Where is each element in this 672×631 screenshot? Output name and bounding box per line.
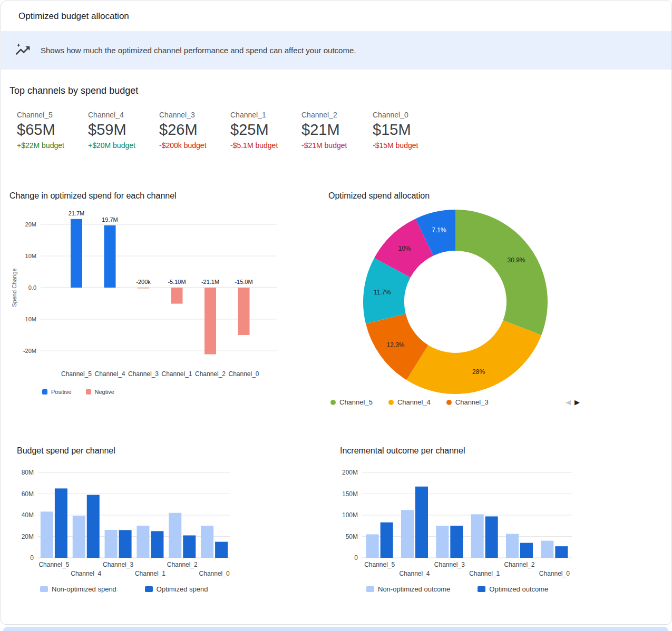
x-category-label: Channel_4	[94, 370, 125, 378]
insights-icon	[14, 42, 32, 60]
chart-outcome-bar-channel-3-non-optimized[interactable]	[436, 526, 449, 558]
legend-label: Non-optimized outcome	[378, 585, 450, 593]
legend-swatch	[478, 586, 485, 592]
chart-budget-bar-channel-5-non-optimized[interactable]	[41, 511, 53, 558]
channel-budget-delta: +$20M budget	[88, 141, 159, 150]
y-tick-label: 60M	[22, 490, 34, 498]
channel-spend-amount: $26M	[159, 121, 230, 138]
legend-item-non-optimized-outcome: Non-optimized outcome	[366, 585, 450, 593]
chart-budget-bar-channel-5-optimized[interactable]	[55, 488, 67, 558]
top-channels-title: Top channels by spend budget	[9, 85, 138, 96]
y-tick-label: 150M	[342, 490, 358, 498]
chart-budget-bar-channel-1-optimized[interactable]	[151, 531, 163, 558]
y-tick-label: 200M	[342, 469, 358, 476]
channel-name: Channel_0	[373, 111, 444, 119]
chart-outcome-bar-channel-1-optimized[interactable]	[485, 516, 498, 558]
chart-budget-bar-channel-0-optimized[interactable]	[215, 542, 228, 558]
legend-item-optimized-outcome: Optimized outcome	[478, 585, 548, 593]
budget-spend-legend: Non-optimized spendOptimized spend	[40, 585, 275, 593]
chart-budget-bar-channel-0-non-optimized[interactable]	[201, 526, 213, 558]
x-category-label: Channel_3	[103, 561, 133, 568]
chart-budget-bar-channel-3-non-optimized[interactable]	[105, 530, 118, 558]
legend-swatch	[86, 389, 91, 395]
chart-outcome-bar-channel-5-non-optimized[interactable]	[366, 534, 379, 558]
donut-slice-channel-5[interactable]	[455, 210, 548, 335]
y-tick-label: 10M	[25, 253, 36, 259]
channel-card-channel-3: Channel_3$26M-$200k budget	[159, 111, 230, 150]
channel-spend-amount: $15M	[373, 121, 444, 138]
chart-budget-bar-channel-2-non-optimized[interactable]	[169, 513, 181, 558]
x-category-label: Channel_2	[504, 561, 534, 568]
spend-change-bar-channel-3[interactable]	[138, 288, 149, 289]
spend-change-legend: PositiveNegtive	[42, 389, 322, 395]
y-tick-label: 80M	[22, 469, 34, 476]
chart-budget-bar-channel-3-optimized[interactable]	[119, 530, 132, 558]
channel-budget-delta: +$22M budget	[17, 141, 88, 150]
x-category-label: Channel_1	[135, 570, 165, 577]
x-category-label: Channel_5	[38, 561, 69, 568]
chart-outcome-bar-channel-4-non-optimized[interactable]	[401, 510, 414, 558]
legend-next-button[interactable]: ▶	[574, 399, 580, 406]
donut-legend-row: Channel_5Channel_4Channel_3 ◀ ▶	[328, 398, 581, 406]
spend-allocation-section: Optimized spend allocation 30.9%28%12.3%…	[328, 191, 581, 406]
chart-outcome-bar-channel-2-optimized[interactable]	[520, 543, 533, 558]
spend-change-bar-channel-1[interactable]	[171, 288, 183, 304]
incremental-outcome-legend: Non-optimized outcomeOptimized outcome	[366, 585, 588, 593]
legend-swatch	[366, 586, 374, 592]
legend-swatch	[446, 400, 452, 405]
legend-item-negtive: Negtive	[86, 389, 114, 395]
incremental-outcome-chart: 050M100M150M200MChannel_5Channel_4Channe…	[340, 463, 577, 579]
legend-label: Channel_5	[339, 398, 373, 406]
channel-name: Channel_5	[17, 111, 88, 119]
spend-change-bar-channel-4[interactable]	[104, 225, 116, 288]
legend-label: Optimized spend	[157, 585, 208, 593]
x-category-label: Channel_4	[71, 570, 101, 577]
channel-card-channel-4: Channel_4$59M+$20M budget	[88, 111, 159, 150]
channel-card-channel-0: Channel_0$15M-$15M budget	[373, 111, 444, 150]
channel-card-channel-2: Channel_2$21M-$21M budget	[301, 111, 373, 150]
spend-allocation-donut: 30.9%28%12.3%11.7%10%7.1%	[328, 204, 571, 396]
legend-prev-button[interactable]: ◀	[566, 399, 571, 406]
y-tick-label: -20M	[23, 348, 36, 354]
chart-budget-bar-channel-4-non-optimized[interactable]	[73, 516, 85, 558]
spend-allocation-title: Optimized spend allocation	[328, 191, 581, 201]
chart-outcome-bar-channel-5-optimized[interactable]	[381, 522, 393, 558]
chart-outcome-bar-channel-2-non-optimized[interactable]	[506, 534, 519, 558]
legend-swatch	[40, 586, 48, 592]
donut-slice-channel-4[interactable]	[406, 320, 541, 394]
budget-spend-title: Budget spend per channel	[17, 446, 275, 456]
y-tick-label: 20M	[22, 533, 34, 540]
x-category-label: Channel_2	[195, 370, 226, 378]
slice-percentage-label: 30.9%	[507, 257, 525, 264]
chart-budget-bar-channel-1-non-optimized[interactable]	[137, 526, 149, 558]
optimized-budget-card: Optimized budget allocation Shows how mu…	[1, 1, 672, 625]
channel-spend-amount: $25M	[230, 121, 301, 138]
legend-swatch	[42, 389, 47, 395]
channel-spend-amount: $59M	[88, 121, 159, 138]
bar-value-label: 19.7M	[102, 216, 118, 223]
chart-outcome-bar-channel-0-optimized[interactable]	[555, 546, 568, 558]
y-tick-label: -10M	[23, 316, 36, 322]
chart-outcome-bar-channel-0-non-optimized[interactable]	[541, 541, 553, 558]
chart-outcome-bar-channel-4-optimized[interactable]	[415, 487, 428, 558]
channel-name: Channel_4	[88, 111, 159, 119]
spend-change-bar-channel-5[interactable]	[71, 219, 82, 288]
legend-label: Positive	[51, 389, 72, 395]
chart-budget-bar-channel-4-optimized[interactable]	[87, 495, 100, 558]
legend-pager: ◀ ▶	[566, 399, 580, 406]
bar-value-label: 21.7M	[69, 210, 85, 216]
slice-percentage-label: 28%	[472, 368, 485, 376]
chart-budget-bar-channel-2-optimized[interactable]	[183, 535, 196, 558]
legend-swatch	[330, 400, 336, 405]
spend-change-bar-channel-0[interactable]	[238, 288, 250, 335]
bar-value-label: -21.1M	[201, 279, 219, 285]
spend-change-title: Change in optimized spend for each chann…	[9, 191, 322, 201]
y-tick-label: 40M	[22, 511, 34, 519]
legend-item-non-optimized-spend: Non-optimized spend	[40, 585, 116, 593]
chart-outcome-bar-channel-3-optimized[interactable]	[450, 526, 463, 558]
channel-card-channel-5: Channel_5$65M+$22M budget	[17, 111, 88, 150]
chart-outcome-bar-channel-1-non-optimized[interactable]	[471, 514, 484, 558]
legend-item-optimized-spend: Optimized spend	[145, 585, 208, 593]
legend-swatch	[388, 400, 394, 405]
spend-change-bar-channel-2[interactable]	[204, 288, 216, 354]
